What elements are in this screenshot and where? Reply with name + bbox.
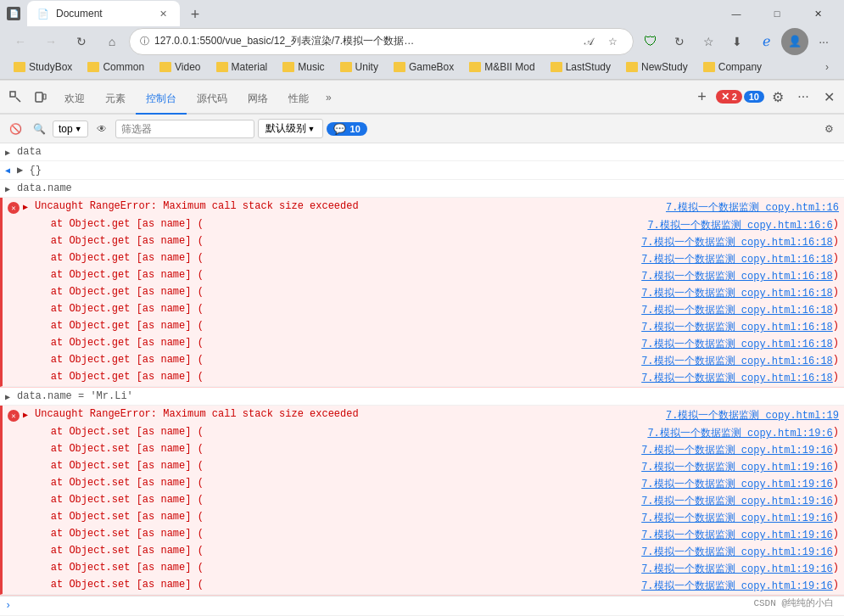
star-icon[interactable]: ☆ [695, 28, 722, 55]
bookmark-common[interactable]: Common [81, 58, 151, 76]
filter-input[interactable] [115, 120, 254, 138]
maximize-button[interactable]: □ [757, 0, 796, 27]
stack-link[interactable]: 7.模拟一个数据监测 copy.html:19:16 [641, 545, 833, 559]
tab-sources[interactable]: 源代码 [187, 84, 238, 115]
error-source-link-1[interactable]: 7.模拟一个数据监测 copy.html:16 [666, 200, 839, 215]
stack-link[interactable]: 7.模拟一个数据监测 copy.html:19:6 [647, 426, 832, 440]
tab-welcome[interactable]: 欢迎 [54, 84, 95, 115]
close-button[interactable]: ✕ [798, 0, 837, 27]
bookmark-label: Company [718, 61, 762, 73]
tabs-more-button[interactable]: » [319, 82, 338, 113]
device-toolbar-button[interactable] [29, 85, 53, 109]
devtools-more-button[interactable]: ··· [791, 85, 815, 109]
tab-elements[interactable]: 元素 [95, 84, 136, 115]
console-settings-button[interactable]: ⚙ [819, 119, 839, 139]
filter-icon-button[interactable]: 🔍 [29, 119, 49, 139]
bookmark-newstudy[interactable]: NewStudy [619, 58, 695, 76]
edge-icon[interactable]: ℯ [752, 28, 780, 55]
expand-arrow[interactable]: ▶ [23, 202, 35, 212]
home-button[interactable]: ⌂ [98, 28, 126, 55]
stack-link[interactable]: 7.模拟一个数据监测 copy.html:16:18 [641, 354, 833, 368]
stack-text: at Object.set [as name] ( [26, 443, 641, 455]
more-options-icon[interactable]: ··· [810, 28, 837, 55]
error-source-link-2[interactable]: 7.模拟一个数据监测 copy.html:19 [666, 408, 839, 423]
bookmark-mbii[interactable]: M&BII Mod [462, 58, 541, 76]
stack-link[interactable]: 7.模拟一个数据监测 copy.html:16:18 [641, 371, 833, 385]
download-icon[interactable]: ⬇ [724, 28, 751, 55]
new-tab-button[interactable]: + [183, 3, 207, 26]
stack-link[interactable]: 7.模拟一个数据监测 copy.html:19:16 [641, 562, 833, 576]
read-mode-icon[interactable]: 𝒜 [579, 31, 599, 52]
bookmark-label: Music [298, 61, 324, 73]
svg-rect-0 [10, 92, 15, 97]
stack-link[interactable]: 7.模拟一个数据监测 copy.html:19:16 [641, 494, 833, 508]
bookmark-company[interactable]: Company [696, 58, 769, 76]
bookmarks-more-button[interactable]: › [817, 57, 837, 77]
devtools-settings-button[interactable]: ⚙ [766, 85, 790, 109]
stack-link[interactable]: 7.模拟一个数据监测 copy.html:16:6 [647, 218, 832, 232]
active-tab[interactable]: 📄 Document ✕ [27, 1, 180, 26]
stack-link[interactable]: 7.模拟一个数据监测 copy.html:16:18 [641, 235, 833, 249]
bookmark-studybox[interactable]: StudyBox [7, 58, 79, 76]
context-selector[interactable]: top ▼ [53, 120, 88, 137]
stack-link[interactable]: 7.模拟一个数据监测 copy.html:19:16 [641, 511, 833, 525]
profile-avatar[interactable]: 👤 [781, 28, 808, 55]
clear-console-button[interactable]: 🚫 [5, 119, 25, 139]
bookmark-video[interactable]: Video [153, 58, 207, 76]
stack-link[interactable]: 7.模拟一个数据监测 copy.html:16:18 [641, 320, 833, 334]
error-badge[interactable]: ✕ 2 [716, 90, 742, 104]
expand-arrow[interactable]: ▶ [23, 410, 35, 420]
stack-link[interactable]: 7.模拟一个数据监测 copy.html:16:18 [641, 252, 833, 266]
bookmark-unity[interactable]: Unity [333, 58, 385, 76]
stack-link[interactable]: 7.模拟一个数据监测 copy.html:19:16 [641, 579, 833, 593]
minimize-button[interactable]: — [717, 0, 756, 27]
info-badge[interactable]: 10 [744, 91, 764, 103]
folder-icon [14, 62, 25, 72]
tab-close-button[interactable]: ✕ [156, 7, 170, 20]
expand-arrow[interactable]: ▶ [5, 184, 17, 194]
tab-favicon: 📄 [7, 7, 20, 20]
tab-performance[interactable]: 性能 [278, 84, 319, 115]
expand-arrow[interactable]: ◀ [5, 165, 17, 176]
stack-line-2-3: at Object.set [as name] (7.模拟一个数据监测 copy… [0, 459, 844, 476]
bookmark-label: Material [232, 61, 268, 73]
bookmark-gamebox[interactable]: GameBox [387, 58, 461, 76]
devtools-close-button[interactable]: ✕ [817, 85, 841, 109]
inspect-element-button[interactable] [3, 85, 27, 109]
folder-icon [469, 62, 481, 72]
stack-link[interactable]: 7.模拟一个数据监测 copy.html:16:18 [641, 269, 833, 283]
stack-link[interactable]: 7.模拟一个数据监测 copy.html:16:18 [641, 286, 833, 300]
folder-icon [282, 62, 294, 72]
extension-shield-icon[interactable]: 🛡 [637, 28, 664, 55]
bookmark-label: M&BII Mod [484, 61, 534, 73]
error-row-1-header: ✕ ▶ Uncaught RangeError: Maximum call st… [0, 198, 844, 217]
stack-line-1-1: at Object.get [as name] (7.模拟一个数据监测 copy… [0, 217, 844, 234]
bookmark-icon[interactable]: ☆ [602, 31, 623, 52]
eye-icon-button[interactable]: 👁 [92, 119, 112, 139]
console-prompt-row[interactable]: › [0, 596, 844, 616]
stack-line-2-6: at Object.set [as name] (7.模拟一个数据监测 copy… [0, 510, 844, 527]
context-label: top [59, 123, 73, 135]
bookmark-material[interactable]: Material [210, 58, 275, 76]
bookmark-laststudy[interactable]: LastStudy [544, 58, 618, 76]
address-input[interactable]: ⓘ 127.0.0.1:5500/vue_basic/12_列表渲染/7.模拟一… [129, 28, 634, 55]
level-label: 默认级别 [265, 121, 306, 136]
stack-link[interactable]: 7.模拟一个数据监测 copy.html:19:16 [641, 477, 833, 491]
forward-button[interactable]: → [37, 28, 64, 55]
stack-link[interactable]: 7.模拟一个数据监测 copy.html:19:16 [641, 460, 833, 474]
expand-arrow[interactable]: ▶ [5, 392, 17, 402]
back-button[interactable]: ← [7, 28, 34, 55]
tab-network[interactable]: 网络 [238, 84, 278, 115]
reload-button[interactable]: ↻ [68, 28, 95, 55]
tab-console[interactable]: 控制台 [136, 84, 187, 115]
log-level-selector[interactable]: 默认级别 ▼ [258, 119, 323, 138]
expand-arrow[interactable]: ▶ [5, 148, 17, 158]
stack-link[interactable]: 7.模拟一个数据监测 copy.html:16:18 [641, 303, 833, 317]
bookmark-music[interactable]: Music [276, 58, 331, 76]
add-panel-button[interactable]: + [690, 85, 714, 109]
console-output[interactable]: ▶ data ◀ ▶ {} ▶ data.name ✕ ▶ Uncaught R… [0, 143, 844, 616]
stack-link[interactable]: 7.模拟一个数据监测 copy.html:19:16 [641, 528, 833, 542]
stack-link[interactable]: 7.模拟一个数据监测 copy.html:16:18 [641, 337, 833, 351]
stack-link[interactable]: 7.模拟一个数据监测 copy.html:19:16 [641, 443, 833, 457]
refresh-icon[interactable]: ↻ [666, 28, 693, 55]
